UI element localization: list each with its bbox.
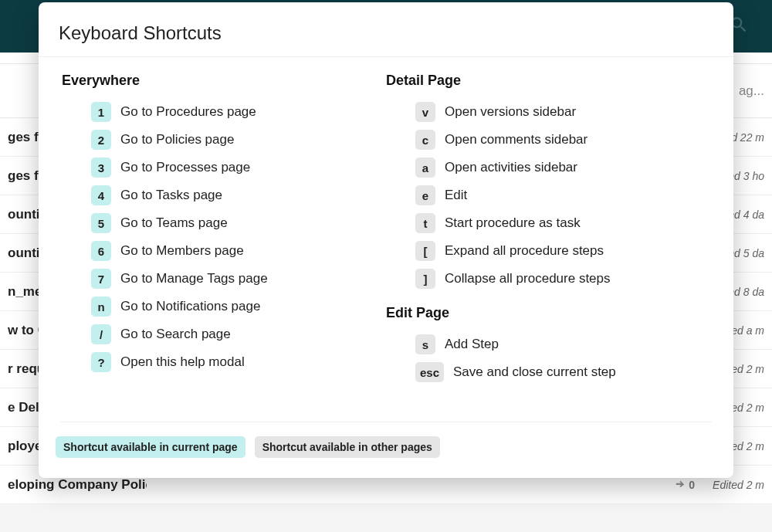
shortcut-key: e xyxy=(415,185,435,205)
shortcut-key: s xyxy=(415,334,435,354)
shortcut-key: 2 xyxy=(91,130,111,150)
shortcut-key: 6 xyxy=(91,241,111,261)
shortcut-key: / xyxy=(91,324,111,344)
shortcut-label: Open this help modal xyxy=(120,354,245,370)
shortcut-column-right: Detail PagevOpen versions sidebarcOpen c… xyxy=(386,73,710,403)
shortcut-label: Go to Members page xyxy=(120,243,244,259)
shortcut-label: Add Step xyxy=(445,337,499,352)
modal-body: Everywhere1Go to Procedures page2Go to P… xyxy=(39,57,733,411)
shortcut-key: t xyxy=(415,213,435,233)
shortcut-label: Open versions sidebar xyxy=(445,104,576,120)
shortcut-label: Go to Policies page xyxy=(120,132,234,147)
section-title: Detail Page xyxy=(386,73,710,89)
shortcut-label: Go to Notifications page xyxy=(120,299,260,314)
shortcut-key: 1 xyxy=(91,102,111,122)
shortcut-label: Open comments sidebar xyxy=(445,132,587,147)
legend-available-badge: Shortcut available in current page xyxy=(56,436,245,458)
shortcut-list: vOpen versions sidebarcOpen comments sid… xyxy=(386,98,710,293)
shortcut-label: Go to Search page xyxy=(120,327,231,342)
section-title: Edit Page xyxy=(386,305,710,321)
shortcut-key: ] xyxy=(415,269,435,289)
shortcut-row: [Expand all procedure steps xyxy=(415,237,710,265)
shortcut-row: escSave and close current step xyxy=(415,358,710,386)
shortcut-label: Go to Teams page xyxy=(120,215,228,231)
legend-other-badge: Shortcut available in other pages xyxy=(255,436,440,458)
shortcut-row: aOpen activities sidebar xyxy=(415,154,710,181)
shortcut-key: esc xyxy=(415,362,444,382)
shortcut-row: 1Go to Procedures page xyxy=(91,98,386,126)
modal-title: Keyboard Shortcuts xyxy=(39,2,733,57)
shortcut-key: 4 xyxy=(91,185,111,205)
shortcut-row: sAdd Step xyxy=(415,330,710,358)
modal-footer: Shortcut available in current page Short… xyxy=(39,411,733,478)
shortcut-row: tStart procedure as task xyxy=(415,209,710,237)
keyboard-shortcuts-modal: Keyboard Shortcuts Everywhere1Go to Proc… xyxy=(39,2,733,478)
shortcut-row: 6Go to Members page xyxy=(91,237,386,265)
shortcut-row: /Go to Search page xyxy=(91,320,386,348)
shortcut-row: eEdit xyxy=(415,181,710,209)
shortcut-label: Open activities sidebar xyxy=(445,160,577,175)
shortcut-row: cOpen comments sidebar xyxy=(415,126,710,154)
shortcut-row: ]Collapse all procedure steps xyxy=(415,265,710,293)
shortcut-row: ?Open this help modal xyxy=(91,348,386,376)
shortcut-row: nGo to Notifications page xyxy=(91,293,386,320)
shortcut-row: 2Go to Policies page xyxy=(91,126,386,154)
shortcut-list: 1Go to Procedures page2Go to Policies pa… xyxy=(62,98,386,376)
shortcut-row: 3Go to Processes page xyxy=(91,154,386,181)
shortcut-key: c xyxy=(415,130,435,150)
shortcut-label: Go to Manage Tags page xyxy=(120,271,268,286)
shortcut-label: Go to Procedures page xyxy=(120,104,256,120)
shortcut-key: 5 xyxy=(91,213,111,233)
shortcut-row: vOpen versions sidebar xyxy=(415,98,710,126)
shortcut-label: Go to Tasks page xyxy=(120,188,222,203)
shortcut-label: Expand all procedure steps xyxy=(445,243,604,259)
shortcut-row: 5Go to Teams page xyxy=(91,209,386,237)
shortcut-label: Collapse all procedure steps xyxy=(445,271,611,286)
shortcut-label: Start procedure as task xyxy=(445,215,581,231)
shortcut-key: ? xyxy=(91,352,111,372)
shortcut-list: sAdd StepescSave and close current step xyxy=(386,330,710,386)
shortcut-key: 7 xyxy=(91,269,111,289)
section-title: Everywhere xyxy=(62,73,386,89)
shortcut-key: n xyxy=(91,296,111,317)
legend: Shortcut available in current page Short… xyxy=(56,436,716,458)
shortcut-key: a xyxy=(415,158,435,178)
shortcut-row: 4Go to Tasks page xyxy=(91,181,386,209)
shortcut-key: [ xyxy=(415,241,435,261)
shortcut-label: Save and close current step xyxy=(453,364,616,380)
shortcut-column-left: Everywhere1Go to Procedures page2Go to P… xyxy=(62,73,386,403)
shortcut-key: v xyxy=(415,102,435,122)
shortcut-row: 7Go to Manage Tags page xyxy=(91,265,386,293)
shortcut-label: Edit xyxy=(445,188,467,203)
shortcut-label: Go to Processes page xyxy=(120,160,250,175)
divider xyxy=(60,422,712,422)
shortcut-key: 3 xyxy=(91,158,111,178)
